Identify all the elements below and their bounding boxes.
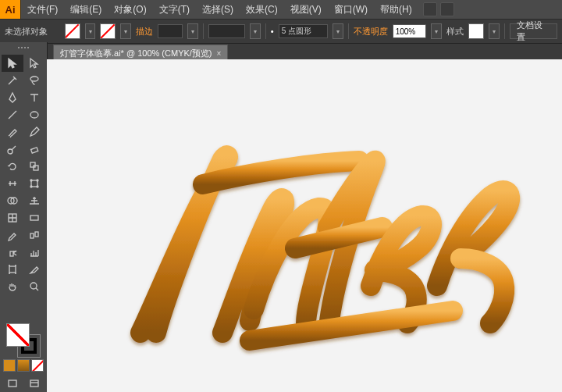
eyedropper-tool[interactable] — [2, 226, 23, 244]
pencil-tool[interactable] — [23, 123, 45, 141]
hand-tool[interactable] — [2, 278, 23, 295]
svg-point-0 — [30, 77, 38, 81]
stroke-swatch[interactable] — [100, 23, 116, 39]
graph-tool[interactable] — [23, 244, 45, 261]
svg-rect-4 — [30, 162, 35, 167]
svg-point-10 — [37, 186, 38, 187]
zoom-tool[interactable] — [23, 278, 45, 295]
opacity-input[interactable]: 100% — [393, 24, 427, 38]
screen-mode-toggle[interactable] — [23, 375, 45, 392]
selection-status: 未选择对象 — [5, 26, 48, 37]
svg-point-19 — [30, 283, 37, 289]
free-transform-tool[interactable] — [23, 175, 45, 192]
artboard-tool[interactable] — [2, 261, 23, 278]
type-tool[interactable] — [23, 89, 45, 106]
lasso-tool[interactable] — [23, 72, 45, 89]
style-dropdown[interactable] — [489, 23, 500, 39]
width-tool[interactable] — [2, 175, 23, 192]
svg-rect-21 — [30, 380, 38, 387]
eraser-tool[interactable] — [23, 141, 45, 158]
svg-point-8 — [37, 180, 38, 181]
close-tab-icon[interactable]: × — [217, 49, 222, 58]
canvas[interactable] — [47, 59, 562, 392]
app-logo: Ai — [0, 0, 21, 19]
stroke-dropdown[interactable] — [120, 23, 131, 39]
svg-point-7 — [30, 180, 32, 181]
svg-rect-6 — [31, 180, 37, 187]
line-tool[interactable] — [2, 106, 23, 123]
perspective-grid-tool[interactable] — [23, 192, 45, 209]
panel-grip[interactable] — [4, 47, 43, 52]
svg-rect-15 — [30, 233, 34, 238]
layout-icon-2[interactable] — [440, 2, 454, 16]
brush-select[interactable]: 5 点圆形 — [279, 24, 328, 38]
menu-window[interactable]: 窗口(W) — [328, 0, 374, 19]
svg-rect-20 — [9, 380, 16, 387]
screen-mode-normal[interactable] — [2, 375, 23, 392]
rotate-tool[interactable] — [2, 158, 23, 175]
svg-point-1 — [30, 112, 38, 118]
menu-help[interactable]: 帮助(H) — [374, 0, 418, 19]
profile-dropdown[interactable] — [250, 23, 261, 39]
document-tab[interactable]: 灯管字体临摹.ai* @ 100% (CMYK/预览) × — [53, 45, 228, 61]
slice-tool[interactable] — [23, 261, 45, 278]
menu-bar: Ai 文件(F) 编辑(E) 对象(O) 文字(T) 选择(S) 效果(C) 视… — [0, 0, 562, 20]
artwork-3d-lettering[interactable] — [109, 106, 562, 364]
selection-tool[interactable] — [2, 55, 23, 72]
menu-type[interactable]: 文字(T) — [153, 0, 196, 19]
menu-effect[interactable]: 效果(C) — [240, 0, 284, 19]
toolbox — [0, 42, 48, 392]
document-tab-title: 灯管字体临摹.ai* @ 100% (CMYK/预览) — [60, 48, 212, 59]
svg-rect-16 — [35, 232, 38, 237]
blend-tool[interactable] — [23, 226, 45, 244]
menu-select[interactable]: 选择(S) — [196, 0, 240, 19]
profile-select[interactable] — [208, 24, 245, 38]
shape-builder-tool[interactable] — [2, 192, 23, 209]
scale-tool[interactable] — [23, 158, 45, 175]
style-swatch[interactable] — [468, 23, 484, 39]
color-mode-solid[interactable] — [3, 359, 16, 372]
menu-object[interactable]: 对象(O) — [108, 0, 152, 19]
style-label: 样式 — [446, 26, 464, 37]
svg-rect-3 — [31, 148, 38, 153]
doc-setup-button[interactable]: 文档设置 — [510, 23, 557, 39]
fill-dropdown[interactable] — [85, 23, 96, 39]
svg-rect-17 — [10, 251, 13, 256]
opacity-dropdown[interactable] — [431, 23, 442, 39]
menu-file[interactable]: 文件(F) — [21, 0, 64, 19]
brush-dropdown[interactable] — [333, 23, 343, 39]
layout-icon[interactable] — [423, 2, 437, 16]
pen-tool[interactable] — [2, 89, 23, 106]
stroke-label: 描边 — [136, 26, 153, 37]
paintbrush-tool[interactable] — [2, 123, 23, 141]
svg-point-9 — [30, 186, 32, 187]
control-bar: 未选择对象 描边 • 5 点圆形 不透明度 100% 样式 文档设置 — [0, 20, 562, 44]
color-mode-gradient[interactable] — [17, 359, 30, 372]
fill-swatch[interactable] — [65, 23, 80, 39]
fill-stroke-control[interactable] — [6, 323, 41, 358]
fill-box[interactable] — [6, 323, 30, 347]
stroke-weight-input[interactable] — [158, 24, 183, 38]
opacity-label: 不透明度 — [354, 26, 388, 37]
shape-tool[interactable] — [23, 106, 45, 123]
stroke-weight-dropdown[interactable] — [187, 23, 198, 39]
blob-brush-tool[interactable] — [2, 141, 23, 158]
gradient-tool[interactable] — [23, 209, 45, 226]
magic-wand-tool[interactable] — [2, 72, 23, 89]
symbol-sprayer-tool[interactable] — [2, 244, 23, 261]
direct-selection-tool[interactable] — [23, 55, 45, 72]
svg-rect-18 — [9, 266, 16, 273]
menu-view[interactable]: 视图(V) — [284, 0, 328, 19]
svg-rect-14 — [30, 216, 38, 220]
color-mode-none[interactable] — [31, 359, 44, 372]
mesh-tool[interactable] — [2, 209, 23, 226]
color-mode-row — [3, 359, 44, 372]
svg-rect-5 — [34, 166, 38, 170]
menu-edit[interactable]: 编辑(E) — [64, 0, 108, 19]
